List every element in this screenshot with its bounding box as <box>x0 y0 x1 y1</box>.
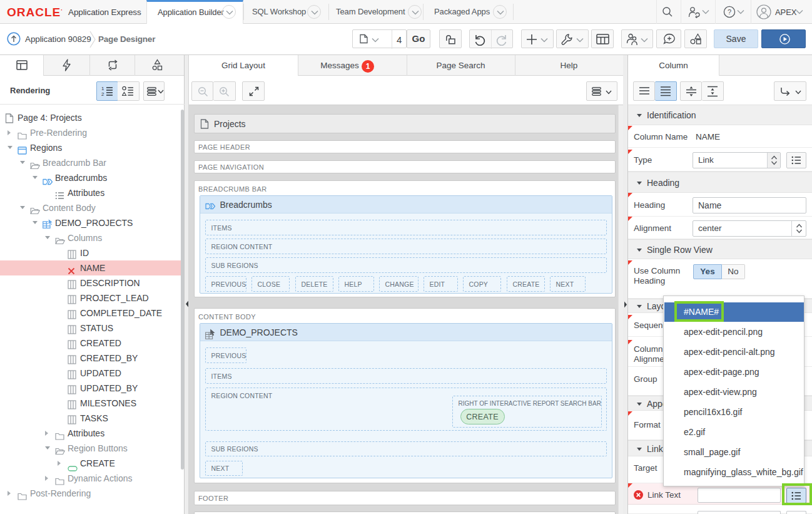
svg-text:?: ? <box>728 8 731 16</box>
